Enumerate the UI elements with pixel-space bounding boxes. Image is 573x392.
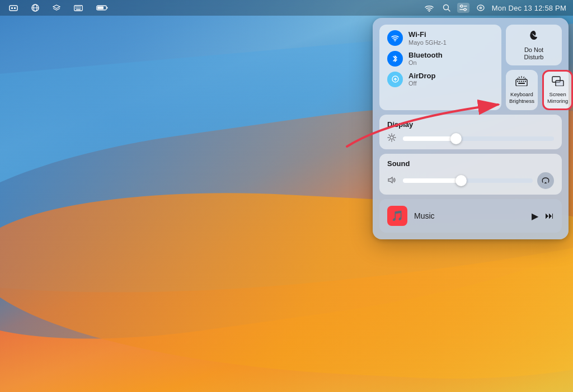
control-center-icon[interactable]	[457, 3, 469, 13]
svg-line-21	[448, 10, 450, 12]
svg-line-53	[389, 140, 390, 141]
wifi-label: Wi-Fi	[408, 30, 447, 39]
volume-icon	[387, 176, 398, 186]
airplay-button[interactable]	[537, 172, 554, 189]
svg-line-40	[524, 77, 524, 78]
menubar-left	[7, 3, 111, 13]
keyboard-brightness-tile[interactable]: KeyboardBrightness	[506, 70, 538, 110]
do-not-disturb-label: Do NotDisturb	[524, 46, 544, 61]
sound-title: Sound	[387, 159, 554, 168]
music-app-icon: 🎵	[387, 206, 407, 226]
cc-top-row: Wi-Fi Mayo 5GHz-1 Bluetooth On	[379, 25, 562, 110]
svg-line-50	[389, 135, 390, 136]
svg-line-51	[394, 140, 395, 141]
bluetooth-label: Bluetooth	[408, 51, 443, 60]
bluetooth-item[interactable]: Bluetooth On	[387, 51, 494, 67]
wifi-sublabel: Mayo 5GHz-1	[408, 39, 447, 46]
svg-rect-10	[80, 6, 81, 7]
wifi-text: Wi-Fi Mayo 5GHz-1	[408, 30, 447, 46]
screen-mirroring-tile[interactable]: ScreenMirroring	[542, 70, 573, 110]
svg-point-29	[394, 40, 396, 41]
svg-rect-8	[77, 6, 78, 7]
svg-rect-44	[556, 81, 563, 86]
do-not-disturb-icon	[528, 29, 540, 44]
svg-point-45	[390, 136, 393, 139]
keyboard-brightness-label: KeyboardBrightness	[509, 91, 534, 104]
display-slider-row	[387, 133, 554, 144]
bottom-tiles: KeyboardBrightness ScreenMirroring	[506, 70, 562, 110]
play-button[interactable]: ▶	[532, 211, 538, 221]
sound-slider-row	[387, 172, 554, 189]
bluetooth-icon	[387, 51, 403, 67]
battery-icon[interactable]	[94, 3, 111, 12]
music-controls: ▶ ⏭	[532, 211, 554, 221]
siri-icon[interactable]	[474, 3, 487, 13]
svg-rect-13	[78, 8, 79, 9]
music-title: Music	[414, 211, 525, 220]
svg-rect-34	[521, 81, 522, 82]
svg-rect-37	[518, 83, 525, 84]
bluetooth-sublabel: On	[408, 59, 443, 67]
display-title: Display	[387, 120, 554, 129]
svg-rect-0	[10, 6, 17, 11]
screen-mirroring-icon	[552, 76, 564, 89]
svg-rect-32	[517, 81, 518, 82]
svg-rect-33	[519, 81, 520, 82]
wifi-icon	[387, 30, 403, 46]
volume-slider[interactable]	[403, 178, 533, 183]
svg-rect-15	[76, 9, 81, 10]
layers-icon[interactable]	[50, 3, 63, 12]
globe-icon[interactable]	[29, 3, 41, 13]
cc-right-col: Do NotDisturb	[506, 25, 562, 110]
svg-rect-36	[525, 81, 526, 82]
menubar-datetime: Mon Dec 13 12:58 PM	[492, 4, 566, 12]
cc-connectivity-block: Wi-Fi Mayo 5GHz-1 Bluetooth On	[379, 25, 501, 110]
control-center-panel: Wi-Fi Mayo 5GHz-1 Bluetooth On	[373, 18, 569, 239]
wifi-menubar-icon[interactable]	[422, 3, 436, 13]
keyboard-icon[interactable]	[72, 4, 85, 12]
svg-rect-18	[97, 7, 104, 10]
screen-mirroring-label: ScreenMirroring	[547, 91, 568, 104]
svg-rect-35	[523, 81, 524, 82]
music-section: 🎵 Music ▶ ⏭	[379, 199, 562, 233]
teamviewer-icon[interactable]	[7, 3, 20, 13]
airdrop-item[interactable]: AirDrop Off	[387, 72, 494, 88]
svg-rect-14	[80, 8, 81, 9]
menubar: Mon Dec 13 12:58 PM	[0, 0, 573, 16]
bluetooth-text: Bluetooth On	[408, 51, 443, 67]
svg-point-19	[429, 10, 430, 11]
brightness-icon	[387, 133, 398, 144]
svg-line-52	[394, 135, 395, 136]
airdrop-sublabel: Off	[408, 80, 435, 87]
svg-rect-17	[107, 7, 108, 9]
keyboard-brightness-icon	[515, 76, 528, 89]
svg-line-39	[519, 77, 520, 78]
svg-rect-2	[14, 7, 16, 9]
sound-section: Sound	[379, 154, 562, 195]
brightness-slider[interactable]	[403, 136, 554, 141]
svg-rect-1	[11, 7, 13, 9]
svg-rect-9	[78, 6, 79, 7]
search-icon[interactable]	[440, 3, 453, 13]
svg-rect-11	[76, 8, 77, 9]
airdrop-icon	[387, 72, 403, 87]
wifi-item[interactable]: Wi-Fi Mayo 5GHz-1	[387, 30, 494, 46]
menubar-right: Mon Dec 13 12:58 PM	[422, 3, 566, 13]
skip-forward-button[interactable]: ⏭	[545, 211, 554, 221]
svg-rect-7	[76, 6, 77, 7]
display-section: Display	[379, 115, 562, 149]
airdrop-label: AirDrop	[408, 72, 435, 81]
do-not-disturb-tile[interactable]: Do NotDisturb	[506, 25, 562, 65]
svg-rect-12	[77, 8, 78, 9]
airdrop-text: AirDrop Off	[408, 72, 435, 88]
